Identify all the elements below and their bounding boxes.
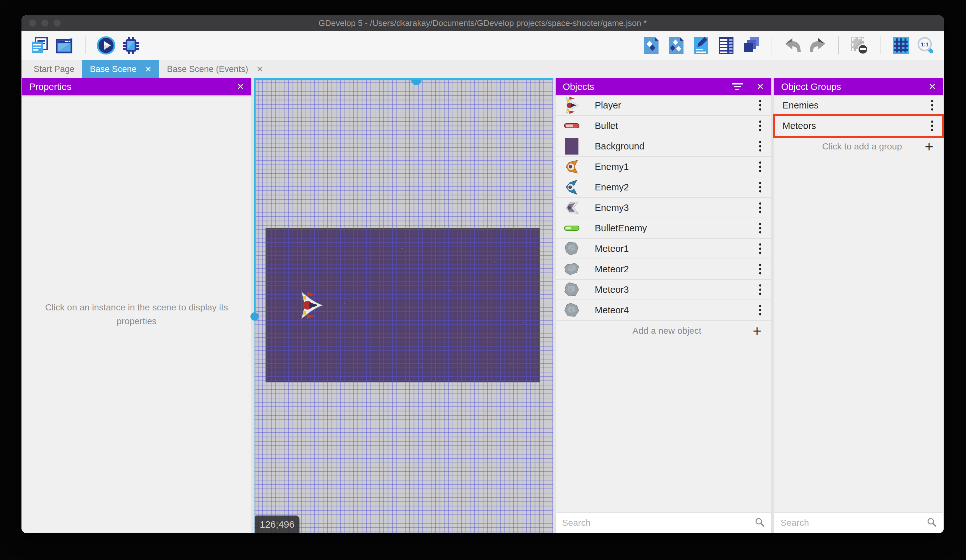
kebab-menu-icon[interactable] (759, 305, 761, 316)
scene-canvas[interactable]: 126;496 (254, 78, 553, 533)
object-name: BulletEnemy (595, 223, 647, 234)
objects-panel-header: Objects ✕ (556, 78, 771, 95)
close-window-button[interactable] (29, 20, 36, 26)
player-instance[interactable] (298, 291, 324, 319)
app-window: GDevelop 5 - /Users/dkarakay/Documents/G… (21, 15, 944, 533)
object-name: Background (595, 141, 644, 152)
filter-icon[interactable] (732, 83, 743, 90)
debug-icon[interactable] (122, 36, 141, 55)
main-toolbar: 1:1 (21, 31, 944, 60)
object-row-enemy2[interactable]: Enemy2 (556, 177, 771, 198)
red-capsule-icon (563, 117, 581, 135)
close-panel-icon[interactable]: ✕ (237, 78, 244, 95)
kebab-menu-icon[interactable] (759, 203, 761, 213)
object-name: Meteor2 (595, 264, 629, 275)
toolbar-separator (880, 36, 881, 54)
object-row-meteor2[interactable]: Meteor2 (556, 259, 771, 280)
selection-handle-left[interactable] (250, 312, 259, 321)
properties-hint: Click on an instance in the scene to dis… (42, 300, 231, 328)
object-name: Meteor4 (595, 305, 629, 316)
object-row-meteor4[interactable]: Meteor4 (556, 300, 771, 321)
close-tab-icon[interactable]: ✕ (256, 65, 263, 74)
toggle-mask-icon[interactable] (850, 36, 869, 55)
plus-icon: + (925, 139, 933, 154)
panel-title: Objects (563, 82, 594, 92)
star-speckles (299, 242, 300, 243)
traffic-lights (29, 20, 61, 26)
kebab-menu-icon[interactable] (759, 223, 761, 234)
kebab-menu-icon[interactable] (759, 182, 761, 193)
kebab-menu-icon[interactable] (931, 121, 933, 131)
kebab-menu-icon[interactable] (759, 244, 761, 254)
object-row-bullet[interactable]: Bullet (556, 116, 771, 136)
add-object-button[interactable]: Add a new object + (556, 321, 771, 341)
object-row-meteor3[interactable]: Meteor3 (556, 280, 771, 300)
purple-square-icon (563, 137, 581, 155)
properties-panel: Properties ✕ Click on an instance in the… (22, 78, 251, 533)
kebab-menu-icon[interactable] (759, 285, 761, 295)
object-groups-panel: Object Groups ✕ Enemies Meteors Click to… (774, 78, 943, 533)
properties-panel-header: Properties ✕ (22, 78, 251, 95)
play-icon[interactable] (96, 36, 116, 55)
search-icon (755, 517, 764, 528)
layers-icon[interactable] (741, 36, 761, 55)
kebab-menu-icon[interactable] (759, 141, 761, 152)
properties-body: Click on an instance in the scene to dis… (22, 95, 251, 533)
toolbar-right-group: 1:1 (642, 36, 936, 55)
kebab-menu-icon[interactable] (759, 100, 761, 111)
close-panel-icon[interactable]: ✕ (757, 78, 764, 95)
title-bar: GDevelop 5 - /Users/dkarakay/Documents/G… (21, 15, 944, 31)
group-name: Enemies (782, 100, 819, 111)
add-group-button[interactable]: Click to add a group + (774, 136, 943, 157)
object-row-enemy3[interactable]: Enemy3 (556, 198, 771, 218)
kebab-menu-icon[interactable] (931, 100, 933, 111)
object-name: Enemy3 (595, 203, 629, 213)
kebab-menu-icon[interactable] (759, 121, 761, 131)
kebab-menu-icon[interactable] (759, 264, 761, 275)
plus-icon: + (753, 324, 761, 338)
toolbar-separator (838, 36, 839, 54)
blue-ship-icon (563, 178, 581, 196)
selection-handle-top[interactable] (411, 80, 422, 85)
svg-text:1:1: 1:1 (921, 42, 929, 47)
add-group-label: Click to add a group (822, 141, 902, 152)
scene-window-icon[interactable] (55, 36, 74, 55)
object-row-bulletenemy[interactable]: BulletEnemy (556, 218, 771, 239)
object-name: Enemy2 (595, 182, 629, 193)
minimize-window-button[interactable] (41, 20, 48, 26)
selection-edge-left (254, 78, 256, 316)
tab-base-scene[interactable]: Base Scene ✕ (82, 60, 159, 78)
instances-list-icon[interactable] (716, 36, 736, 55)
panel-title: Properties (29, 82, 71, 92)
objects-editor-icon[interactable] (642, 36, 661, 55)
tab-start-page[interactable]: Start Page (26, 60, 82, 78)
undo-icon[interactable] (783, 36, 802, 55)
panel-title: Object Groups (781, 82, 841, 92)
group-name: Meteors (782, 121, 816, 131)
tab-label: Base Scene (Events) (167, 64, 248, 74)
groups-search-input[interactable] (780, 518, 927, 528)
object-row-meteor1[interactable]: Meteor1 (556, 239, 771, 259)
object-row-enemy1[interactable]: Enemy1 (556, 157, 771, 177)
group-row-meteors[interactable]: Meteors (774, 116, 943, 136)
tab-base-scene-events[interactable]: Base Scene (Events) ✕ (159, 60, 271, 78)
meteor-rock-icon (563, 260, 581, 278)
selection-edge-top (254, 78, 553, 80)
selection-edge-left-faint (254, 316, 256, 533)
object-groups-editor-icon[interactable] (667, 36, 686, 55)
properties-editor-icon[interactable] (692, 36, 711, 55)
object-row-background[interactable]: Background (556, 136, 771, 157)
search-icon (927, 517, 936, 528)
kebab-menu-icon[interactable] (759, 162, 761, 172)
close-panel-icon[interactable]: ✕ (928, 78, 936, 95)
close-tab-icon[interactable]: ✕ (145, 65, 151, 74)
object-row-player[interactable]: Player (556, 95, 771, 116)
editor-tab-bar: Start Page Base Scene ✕ Base Scene (Even… (21, 60, 944, 78)
project-manager-icon[interactable] (30, 36, 49, 55)
redo-icon[interactable] (808, 36, 827, 55)
zoom-1-1-icon[interactable]: 1:1 (916, 36, 936, 55)
grid-icon[interactable] (891, 36, 910, 55)
group-row-enemies[interactable]: Enemies (774, 95, 943, 116)
objects-search-input[interactable] (562, 518, 755, 528)
maximize-window-button[interactable] (54, 20, 61, 26)
